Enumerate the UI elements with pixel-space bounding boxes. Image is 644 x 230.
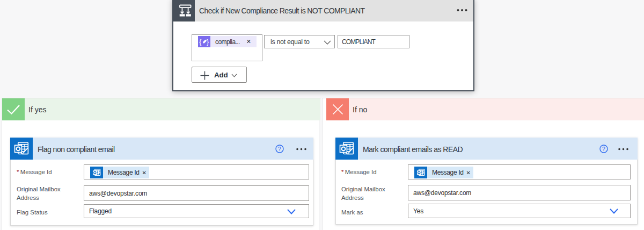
svg-text:}: } (207, 38, 209, 46)
svg-text:{: { (199, 38, 202, 46)
svg-text:?: ? (278, 145, 281, 152)
svg-text:?: ? (602, 145, 605, 152)
